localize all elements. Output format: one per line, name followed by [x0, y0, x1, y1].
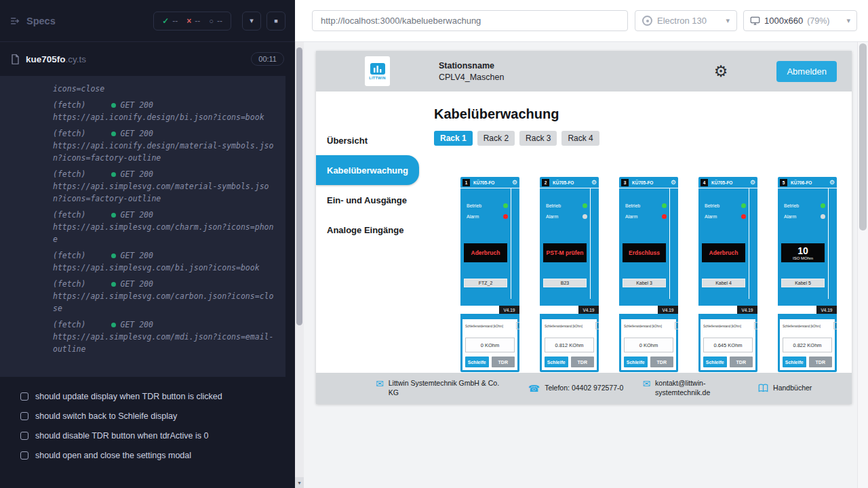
url-input[interactable]: http://localhost:3000/kabelueberwachung — [312, 10, 628, 31]
status-unit: ISO MOhm — [793, 256, 813, 260]
footer-phone: ☎Telefon: 04402 972577-0 — [528, 384, 624, 393]
tdr-button[interactable]: TDR — [730, 357, 753, 367]
logout-button[interactable]: Abmelden — [776, 61, 837, 82]
stop-button[interactable]: ■ — [267, 12, 285, 30]
rack-tabs: Rack 1 Rack 2 Rack 3 Rack 4 — [434, 131, 837, 146]
status-display: PST-M prüfen — [543, 243, 587, 262]
card-settings-gear-icon[interactable]: ⚙ — [671, 180, 676, 186]
log-url: https://api.simplesvg.com/mdi.json?icons… — [53, 331, 276, 355]
tdr-button[interactable]: TDR — [809, 357, 833, 367]
settings-gear-icon[interactable]: ⚙ — [714, 64, 728, 79]
card-settings-gear-icon[interactable]: ⚙ — [591, 180, 597, 186]
log-prefix: (fetch) — [53, 319, 85, 331]
scrollbar-thumb[interactable] — [296, 47, 302, 325]
test-title: should update display when TDR button is… — [35, 392, 222, 401]
card-settings-gear-icon[interactable]: ⚙ — [750, 180, 755, 186]
log-prefix: (fetch) — [53, 127, 85, 140]
tdr-button[interactable]: TDR — [650, 357, 674, 367]
refresh-icon[interactable] — [675, 322, 678, 329]
log-prefix: (fetch) — [53, 209, 85, 221]
test-stats: ✓-- ×-- ○-- — [153, 12, 231, 30]
footer-manuals[interactable]: Handbücher — [758, 384, 812, 393]
spec-file-icon — [11, 54, 20, 64]
firmware-version: V4.19 — [578, 306, 599, 314]
spec-row[interactable]: kue705fo.cy.ts 00:11 — [0, 42, 295, 76]
page-title: Kabelüberwachung — [434, 106, 837, 122]
log-url: https://api.simplesvg.com/carbon.json?ic… — [53, 290, 276, 314]
log-entry: (fetch)GET 200 https://api.simplesvg.com… — [53, 168, 276, 205]
firmware-version: V4.19 — [499, 306, 519, 314]
card-side-strip — [669, 188, 678, 299]
test-item[interactable]: should update display when TDR button is… — [0, 386, 295, 406]
status-display: 10ISO MOhm — [781, 243, 825, 262]
log-prefix: (fetch) — [53, 99, 85, 111]
phone-icon: ☎ — [528, 384, 540, 393]
scroll-down-arrow-icon[interactable]: ▼ — [295, 477, 304, 488]
viewport-selector[interactable]: 1000x660 (79%) ▾ — [743, 10, 857, 31]
resistance-value: 0.645 KOhm — [703, 338, 753, 352]
browser-name: Electron 130 — [657, 16, 707, 26]
refresh-icon[interactable] — [754, 322, 757, 329]
test-state-icon — [20, 392, 28, 401]
card-settings-gear-icon[interactable]: ⚙ — [512, 180, 517, 186]
slot-number: 4 — [701, 179, 708, 186]
test-title: should switch back to Schleife display — [35, 411, 177, 421]
viewport-size: 1000x660 — [764, 16, 803, 26]
sidebar-item-kabelueberwachung[interactable]: Kabelüberwachung — [316, 155, 419, 185]
footer-company-text: Littwin Systemtechnik GmbH & Co. KG — [389, 379, 509, 397]
firmware-version: V4.19 — [658, 306, 678, 314]
log-prefix: (fetch) — [53, 249, 85, 262]
log-status: GET 200 — [120, 127, 153, 140]
runner-scrollbar[interactable]: ▼ — [295, 42, 304, 488]
betrieb-label: Betrieb — [546, 203, 561, 208]
runner-header: Specs ✓-- ×-- ○-- ▾ ■ — [0, 0, 295, 42]
measurement-panel: Schleifenwiderstand [kOhm] 0.645 KOhm Sc… — [701, 319, 755, 370]
specs-toggle[interactable]: Specs — [9, 16, 56, 26]
schleife-button[interactable]: Schleife — [703, 357, 727, 367]
sidebar-item-analoge-eingaenge[interactable]: Analoge Eingänge — [316, 215, 419, 245]
electron-icon — [642, 16, 652, 26]
schleife-button[interactable]: Schleife — [624, 357, 648, 367]
stop-icon: ■ — [274, 18, 277, 24]
test-item[interactable]: should disable TDR button when tdrActive… — [0, 426, 295, 445]
status-text: PST-M prüfen — [547, 249, 584, 256]
collapse-button[interactable]: ▾ — [242, 12, 261, 30]
command-log[interactable]: icons=close (fetch)GET 200 https://api.i… — [0, 76, 285, 377]
station-value: CPLV4_Maschen — [439, 73, 504, 82]
mail-icon: ✉ — [376, 379, 384, 388]
resistance-value: 0 KOhm — [624, 338, 673, 352]
tdr-button[interactable]: TDR — [571, 357, 595, 367]
card-settings-gear-icon[interactable]: ⚙ — [829, 180, 835, 186]
sidebar-item-uebersicht[interactable]: Übersicht — [316, 125, 419, 155]
stat-pending: ○-- — [209, 16, 222, 26]
schleife-button[interactable]: Schleife — [465, 357, 489, 367]
log-continuation: icons=close — [53, 83, 276, 95]
app-footer: ✉Littwin Systemtechnik GmbH & Co. KG ☎Te… — [316, 373, 852, 404]
test-item[interactable]: should open and close the settings modal — [0, 445, 295, 465]
page-scrollbar[interactable] — [857, 42, 868, 488]
device-card-4: 4KÜ705-FO⚙ Betrieb Alarm Aderbruch Kabel… — [698, 177, 757, 372]
refresh-icon[interactable] — [516, 322, 519, 329]
schleife-button[interactable]: Schleife — [545, 357, 568, 367]
schleife-button[interactable]: Schleife — [783, 357, 806, 367]
test-item[interactable]: should switch back to Schleife display — [0, 406, 295, 426]
card-side-strip — [828, 188, 837, 299]
test-list: should update display when TDR button is… — [0, 386, 295, 465]
betrieb-led — [821, 203, 825, 208]
tdr-button[interactable]: TDR — [492, 357, 515, 367]
alarm-led — [741, 214, 746, 219]
tab-rack-3[interactable]: Rack 3 — [519, 131, 557, 146]
alarm-label: Alarm — [625, 214, 637, 219]
footer-email[interactable]: ✉kontakt@littwin-systemtechnik.de — [642, 379, 739, 397]
refresh-icon[interactable] — [595, 322, 599, 329]
browser-selector[interactable]: Electron 130 ▾ — [635, 10, 737, 31]
tab-rack-4[interactable]: Rack 4 — [561, 131, 599, 146]
tab-rack-2[interactable]: Rack 2 — [477, 131, 515, 146]
tab-rack-1[interactable]: Rack 1 — [434, 131, 473, 146]
scrollbar-thumb[interactable] — [859, 43, 867, 230]
cable-name: FTZ_2 — [464, 279, 507, 287]
test-state-icon — [20, 432, 28, 440]
success-dot-icon — [111, 282, 116, 287]
refresh-icon[interactable] — [833, 322, 837, 329]
sidebar-item-ein-und-ausgaenge[interactable]: Ein- und Ausgänge — [316, 185, 419, 215]
